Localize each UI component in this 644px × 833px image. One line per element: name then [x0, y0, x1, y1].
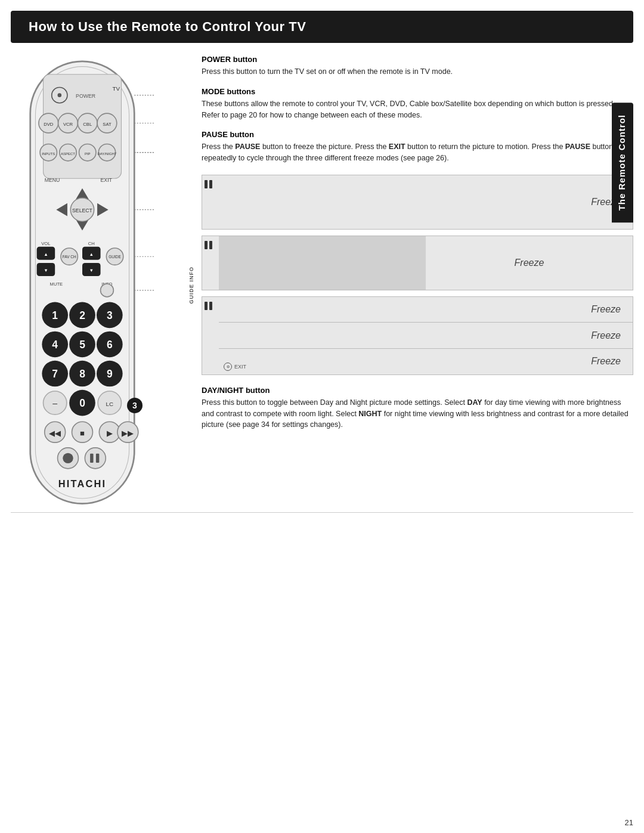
- split-right-panel: Freeze: [426, 236, 633, 290]
- svg-rect-83: [90, 454, 93, 463]
- remote-column: TV POWER DVD VCR CBL SAT INPUTS ASPECT: [11, 55, 190, 512]
- svg-text:6: 6: [107, 339, 113, 351]
- pause-icon-1: [202, 175, 219, 229]
- pause-symbol-2: [205, 241, 212, 249]
- freeze-diagram-3: Freeze Freeze Freeze ⊙ EXIT: [202, 296, 633, 375]
- pause-bar-left-1: [205, 180, 208, 188]
- freeze-label-3c: Freeze: [591, 356, 621, 367]
- split-container: Freeze: [219, 236, 633, 290]
- svg-rect-84: [96, 454, 99, 463]
- exit-text-label: EXIT: [234, 364, 246, 370]
- svg-text:POWER: POWER: [76, 93, 95, 99]
- svg-text:▲: ▲: [89, 252, 94, 257]
- svg-point-5: [58, 93, 62, 97]
- triple-row-1: Freeze: [219, 297, 633, 323]
- mode-buttons-body: These buttons allow the remote to contro…: [202, 98, 633, 121]
- svg-text:MUTE: MUTE: [50, 281, 63, 287]
- svg-text:MENU: MENU: [45, 177, 60, 183]
- svg-text:PIP: PIP: [85, 152, 91, 156]
- side-tab: The Remote Control: [612, 103, 633, 222]
- svg-text:DAY/NIGHT: DAY/NIGHT: [97, 152, 116, 156]
- night-bold: NIGHT: [358, 410, 382, 418]
- svg-text:0: 0: [79, 397, 85, 409]
- svg-text:■: ■: [80, 429, 85, 438]
- page-title: How to Use the Remote to Control Your TV: [29, 19, 615, 35]
- exit-bold: EXIT: [389, 143, 405, 151]
- freeze-label-3b: Freeze: [591, 330, 621, 341]
- freeze-diagram-2: Freeze: [202, 236, 633, 290]
- svg-text:CH: CH: [88, 241, 95, 246]
- svg-text:HITACHI: HITACHI: [58, 478, 106, 489]
- main-content: TV POWER DVD VCR CBL SAT INPUTS ASPECT: [11, 55, 633, 512]
- svg-text:VCR: VCR: [63, 122, 73, 127]
- text-column: POWER button Press this button to turn t…: [202, 55, 633, 512]
- svg-text:CBL: CBL: [83, 122, 92, 127]
- svg-text:3: 3: [107, 309, 113, 321]
- svg-text:5: 5: [79, 339, 85, 351]
- svg-text:SELECT: SELECT: [72, 208, 93, 213]
- svg-text:▼: ▼: [89, 268, 94, 273]
- svg-text:8: 8: [79, 368, 85, 380]
- freeze-diagram-1: Freeze: [202, 175, 633, 230]
- svg-text:FAV CH: FAV CH: [63, 255, 76, 259]
- page-number: 21: [625, 818, 633, 827]
- svg-text:7: 7: [52, 368, 58, 380]
- day-night-title: DAY/NIGHT button: [202, 386, 633, 395]
- svg-text:INPUTS: INPUTS: [42, 152, 55, 156]
- exit-circle-text: ⊙: [227, 364, 230, 368]
- svg-point-81: [63, 453, 73, 463]
- page-divider: [11, 512, 633, 513]
- pause-icon-2: [202, 236, 219, 290]
- svg-point-47: [101, 284, 114, 297]
- power-button-body: Press this button to turn the TV set on …: [202, 66, 633, 78]
- svg-point-82: [85, 448, 106, 469]
- svg-text:9: 9: [107, 368, 113, 380]
- svg-text:▼: ▼: [44, 268, 48, 273]
- exit-label-area: ⊙ EXIT: [224, 363, 246, 371]
- page-header: How to Use the Remote to Control Your TV: [11, 11, 633, 43]
- svg-text:VOL: VOL: [41, 241, 50, 246]
- remote-illustration: TV POWER DVD VCR CBL SAT INPUTS ASPECT: [11, 55, 154, 510]
- bullet-3-circle: 3: [127, 398, 143, 413]
- svg-text:▲: ▲: [44, 252, 48, 257]
- freeze-content-1: Freeze: [219, 175, 633, 229]
- pause-button-body: Press the PAUSE button to freeze the pic…: [202, 141, 633, 164]
- pause-icon-3: [202, 297, 219, 374]
- svg-text:4: 4: [52, 339, 58, 351]
- svg-text:SAT: SAT: [103, 122, 112, 127]
- guide-info-label: GUIDE INFO: [188, 267, 194, 304]
- split-left-panel: [219, 236, 426, 290]
- pause-bold-1: PAUSE: [235, 143, 260, 151]
- svg-text:GUIDE: GUIDE: [109, 255, 121, 259]
- pause-bar-left-3: [205, 302, 208, 310]
- svg-text:2: 2: [79, 309, 85, 321]
- svg-text:LC: LC: [106, 401, 114, 407]
- remote-wrap: TV POWER DVD VCR CBL SAT INPUTS ASPECT: [11, 55, 190, 512]
- pause-symbol-1: [205, 180, 212, 188]
- freeze-diagrams: Freeze Freeze: [202, 175, 633, 375]
- svg-text:◀◀: ◀◀: [49, 429, 61, 438]
- svg-text:TV: TV: [112, 85, 120, 92]
- svg-text:ASPECT: ASPECT: [61, 152, 75, 156]
- triple-container: Freeze Freeze Freeze ⊙ EXIT: [219, 297, 633, 374]
- pause-button-title: PAUSE button: [202, 130, 633, 139]
- pause-symbol-3: [205, 302, 212, 310]
- pause-bold-2: PAUSE: [565, 143, 590, 151]
- pause-bar-right-1: [209, 180, 212, 188]
- pause-bar-left-2: [205, 241, 208, 249]
- freeze-label-2: Freeze: [515, 258, 544, 268]
- svg-text:EXIT: EXIT: [101, 177, 113, 183]
- svg-text:1: 1: [52, 309, 58, 321]
- mode-buttons-title: MODE buttons: [202, 87, 633, 96]
- freeze-label-3a: Freeze: [591, 304, 621, 315]
- svg-text:▶: ▶: [107, 429, 113, 438]
- svg-text:–: –: [52, 398, 57, 408]
- triple-row-3: Freeze: [219, 349, 633, 374]
- power-button-title: POWER button: [202, 55, 633, 64]
- day-night-body: Press this button to toggle between Day …: [202, 397, 633, 431]
- exit-circle-icon: ⊙: [224, 363, 232, 371]
- svg-text:▶▶: ▶▶: [122, 429, 134, 438]
- svg-text:DVD: DVD: [44, 122, 54, 127]
- triple-row-2: Freeze: [219, 323, 633, 349]
- pause-bar-right-2: [209, 241, 212, 249]
